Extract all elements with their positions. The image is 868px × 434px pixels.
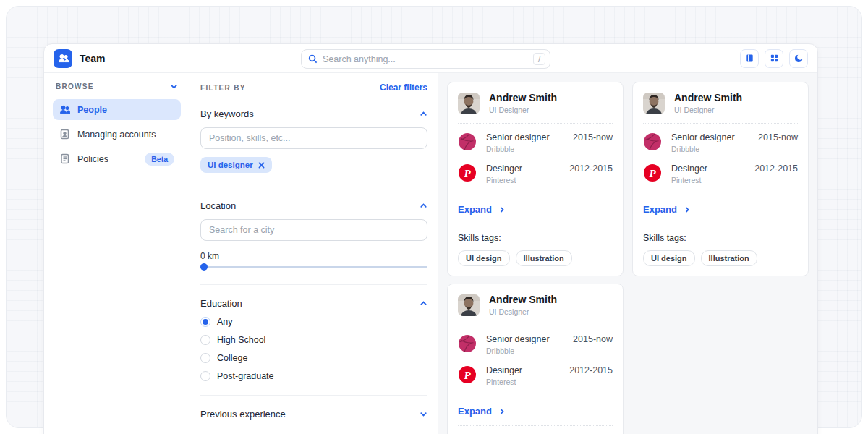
search-shortcut-key: / bbox=[533, 53, 545, 65]
chevron-right-icon bbox=[498, 206, 506, 213]
experience-period: 2015-now bbox=[758, 132, 798, 153]
keywords-input[interactable] bbox=[200, 127, 427, 149]
radio-button[interactable] bbox=[200, 335, 210, 345]
radio-label: Post-graduate bbox=[217, 371, 274, 381]
person-title: UI Designer bbox=[489, 106, 557, 114]
expand-button[interactable]: Expand bbox=[643, 204, 798, 215]
header-actions bbox=[740, 49, 808, 68]
experience-role: Desinger bbox=[486, 365, 522, 375]
clear-filters-link[interactable]: Clear filters bbox=[380, 82, 427, 93]
radio-label: College bbox=[217, 353, 247, 363]
sidebar-item-people[interactable]: People bbox=[53, 99, 181, 120]
card-divider bbox=[458, 224, 613, 224]
experience-period: 2012-2015 bbox=[569, 163, 613, 184]
experience-period: 2012-2015 bbox=[569, 365, 613, 386]
card-divider bbox=[458, 425, 613, 426]
person-title: UI Designer bbox=[489, 307, 557, 316]
person-name: Andrew Smith bbox=[489, 92, 557, 103]
sidebar: BROWSE People Managing accounts bbox=[44, 73, 190, 434]
location-label: Location bbox=[200, 200, 236, 211]
education-section-header[interactable]: Education bbox=[200, 298, 427, 309]
search-input[interactable] bbox=[323, 54, 533, 64]
chevron-up-icon bbox=[420, 202, 427, 210]
city-search-input[interactable] bbox=[200, 219, 427, 241]
filter-panel: FILTER BY Clear filters By keywords UI d… bbox=[190, 73, 438, 434]
radio-label: Any bbox=[217, 317, 233, 327]
dribbble-icon bbox=[643, 132, 662, 151]
radio-button[interactable] bbox=[200, 317, 210, 327]
previous-experience-label: Previous experience bbox=[200, 409, 286, 420]
dark-mode-toggle[interactable] bbox=[789, 49, 808, 68]
svg-text:P: P bbox=[464, 168, 471, 179]
search-box[interactable]: / bbox=[301, 49, 550, 69]
previous-experience-section-header[interactable]: Previous experience bbox=[200, 409, 427, 420]
skill-tag[interactable]: UI design bbox=[458, 250, 510, 266]
moon-icon bbox=[794, 54, 804, 63]
education-option-any[interactable]: Any bbox=[200, 317, 427, 327]
profile-card[interactable]: Andrew Smith UI Designer bbox=[632, 82, 809, 276]
experience-company: Pinterest bbox=[486, 378, 522, 386]
chevron-up-icon bbox=[420, 110, 427, 118]
sidebar-item-label: Policies bbox=[77, 154, 109, 164]
keywords-label: By keywords bbox=[200, 109, 254, 119]
slider-track[interactable] bbox=[200, 266, 427, 268]
chevron-right-icon bbox=[684, 206, 691, 213]
experience-role: Desinger bbox=[486, 163, 522, 174]
person-name: Andrew Smith bbox=[489, 294, 557, 305]
education-option-college[interactable]: College bbox=[200, 353, 427, 363]
education-option-high-school[interactable]: High School bbox=[200, 335, 427, 345]
people-icon bbox=[59, 104, 70, 115]
chevron-down-icon bbox=[170, 82, 178, 90]
sidebar-item-policies[interactable]: Policies Beta bbox=[53, 148, 181, 169]
card-divider bbox=[458, 325, 613, 326]
browse-section-header[interactable]: BROWSE bbox=[53, 82, 181, 90]
keyword-tag[interactable]: UI designer bbox=[200, 157, 272, 173]
skills-tags-label: Skills tags: bbox=[643, 233, 798, 243]
experience-period: 2015-now bbox=[573, 334, 613, 355]
beta-badge: Beta bbox=[145, 153, 174, 166]
slider-thumb[interactable] bbox=[200, 263, 208, 271]
chevron-up-icon bbox=[420, 299, 427, 307]
distance-slider[interactable] bbox=[200, 263, 427, 271]
filter-divider bbox=[200, 284, 427, 285]
avatar bbox=[458, 294, 480, 316]
experience-row: P Desinger Pinterest 2012-2015 bbox=[458, 163, 613, 195]
experience-company: Dribbble bbox=[671, 145, 735, 153]
skill-tag[interactable]: Illustration bbox=[516, 250, 572, 266]
app-header: Team / bbox=[44, 44, 817, 73]
expand-button[interactable]: Expand bbox=[458, 204, 613, 215]
dribbble-icon bbox=[458, 132, 477, 151]
close-icon[interactable] bbox=[258, 162, 265, 169]
experience-company: Dribbble bbox=[486, 145, 550, 153]
experience-row: P Desinger Pinterest 2012-2015 bbox=[643, 163, 798, 195]
grid-icon bbox=[770, 54, 779, 63]
experience-company: Pinterest bbox=[486, 176, 522, 184]
card-divider bbox=[643, 123, 798, 124]
docs-button[interactable] bbox=[740, 49, 759, 68]
avatar bbox=[643, 93, 665, 114]
education-option-post-graduate[interactable]: Post-graduate bbox=[200, 371, 427, 381]
keyword-tag-label: UI designer bbox=[208, 161, 253, 169]
experience-row: Senior designer Dribbble 2015-now bbox=[643, 132, 798, 163]
profile-card[interactable]: Andrew Smith UI Designer bbox=[447, 284, 624, 434]
expand-button[interactable]: Expand bbox=[458, 406, 613, 417]
skill-tag[interactable]: UI design bbox=[643, 250, 695, 266]
skills-tags-label: Skills tags: bbox=[458, 233, 613, 243]
experience-period: 2012-2015 bbox=[754, 163, 798, 184]
experience-row: P Desinger Pinterest 2012-2015 bbox=[458, 365, 613, 396]
global-search: / bbox=[301, 49, 550, 69]
experience-role: Desinger bbox=[671, 163, 707, 174]
sidebar-item-managing-accounts[interactable]: Managing accounts bbox=[53, 124, 181, 145]
radio-button[interactable] bbox=[200, 371, 210, 381]
apps-button[interactable] bbox=[765, 49, 783, 68]
filter-divider bbox=[200, 187, 427, 187]
person-title: UI Designer bbox=[674, 106, 742, 114]
keywords-section-header[interactable]: By keywords bbox=[200, 109, 427, 119]
education-label: Education bbox=[200, 298, 242, 309]
chevron-right-icon bbox=[498, 408, 506, 415]
radio-button[interactable] bbox=[200, 353, 210, 363]
profile-card[interactable]: Andrew Smith UI Designer bbox=[447, 82, 624, 276]
location-section-header[interactable]: Location bbox=[200, 200, 427, 211]
skill-tag[interactable]: Illustration bbox=[701, 250, 757, 266]
dribbble-icon bbox=[458, 334, 477, 353]
